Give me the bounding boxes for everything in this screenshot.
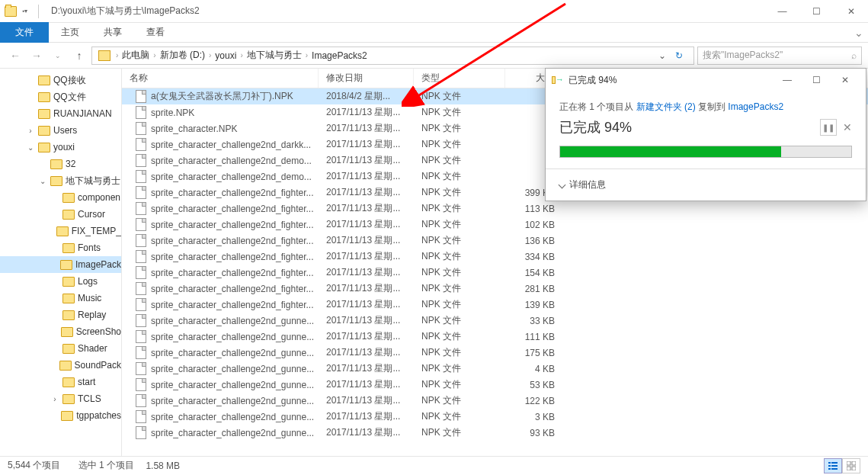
- close-button[interactable]: ✕: [834, 1, 868, 22]
- refresh-icon[interactable]: ↻: [672, 50, 690, 61]
- file-row[interactable]: sprite_character_challenge2nd_fighter...…: [122, 281, 868, 297]
- file-row[interactable]: sprite_character_challenge2nd_fighter...…: [122, 249, 868, 265]
- column-name[interactable]: 名称: [122, 69, 319, 88]
- file-icon: [136, 186, 146, 199]
- tree-item[interactable]: ScreenSho: [0, 323, 121, 340]
- column-date[interactable]: 修改日期: [319, 69, 414, 88]
- file-row[interactable]: sprite_character_challenge2nd_fighter...…: [122, 265, 868, 281]
- search-icon[interactable]: ⌕: [851, 50, 857, 61]
- folder-icon: [38, 75, 50, 85]
- tree-item[interactable]: ›Users: [0, 122, 121, 139]
- file-type: NPK 文件: [414, 88, 505, 104]
- breadcrumb[interactable]: › 此电脑 › 新加卷 (D:) › youxi › 地下城与勇士 › Imag…: [91, 47, 694, 65]
- breadcrumb-item[interactable]: 此电脑: [120, 49, 151, 62]
- breadcrumb-sep: ›: [303, 51, 310, 59]
- tree-item[interactable]: Replay: [0, 307, 121, 323]
- tab-home[interactable]: 主页: [49, 23, 91, 42]
- nav-back-button[interactable]: ←: [6, 47, 24, 65]
- tree-item[interactable]: ⌄youxi: [0, 139, 121, 156]
- breadcrumb-item[interactable]: 地下城与勇士: [245, 49, 303, 62]
- expand-icon[interactable]: ›: [26, 127, 35, 135]
- copy-dest-link[interactable]: ImagePacks2: [728, 101, 783, 112]
- tree-item[interactable]: ›TCLS: [0, 390, 121, 407]
- tree-item[interactable]: 32: [0, 156, 121, 172]
- column-type[interactable]: 类型: [414, 69, 505, 88]
- dialog-titlebar[interactable]: → 已完成 94% — ☐ ✕: [546, 69, 866, 91]
- file-date: 2017/11/13 星期...: [319, 281, 414, 297]
- breadcrumb-item[interactable]: ImagePacks2: [310, 50, 369, 61]
- breadcrumb-item[interactable]: youxi: [213, 50, 238, 61]
- file-type: NPK 文件: [414, 168, 505, 185]
- tree-item[interactable]: QQ文件: [0, 88, 121, 105]
- details-toggle[interactable]: 详细信息: [559, 178, 852, 191]
- copy-source-link[interactable]: 新建文件夹 (2): [636, 101, 696, 112]
- search-placeholder: 搜索"ImagePacks2": [703, 49, 783, 62]
- file-name: a(女鬼天全武器改长黑刀补丁).NPK: [151, 90, 293, 103]
- tree-item[interactable]: start: [0, 374, 121, 390]
- tab-share[interactable]: 共享: [91, 23, 134, 42]
- file-row[interactable]: sprite_character_challenge2nd_gunne... 2…: [122, 345, 868, 361]
- tree-item[interactable]: tgppatches: [0, 407, 121, 424]
- tree-item[interactable]: SoundPack: [0, 357, 121, 374]
- breadcrumb-dropdown-icon[interactable]: ⌄: [652, 50, 672, 61]
- file-row[interactable]: sprite_character_challenge2nd_gunne... 2…: [122, 425, 868, 441]
- expand-icon[interactable]: ›: [50, 395, 59, 403]
- cancel-button[interactable]: ✕: [843, 121, 852, 133]
- ribbon-expand-icon[interactable]: ⌄: [850, 24, 868, 42]
- nav-forward-button[interactable]: →: [27, 47, 46, 65]
- tree-item[interactable]: FIX_TEMP_: [0, 223, 121, 239]
- tree-item[interactable]: Music: [0, 290, 121, 307]
- dialog-minimize-button[interactable]: —: [773, 69, 802, 91]
- tree-item[interactable]: Fonts: [0, 239, 121, 256]
- tree-item[interactable]: ImagePack: [0, 256, 121, 273]
- file-row[interactable]: sprite_character_challenge2nd_gunne... 2…: [122, 393, 868, 409]
- file-date: 2017/11/13 星期...: [319, 152, 414, 168]
- tab-view[interactable]: 查看: [134, 23, 177, 42]
- file-row[interactable]: sprite_character_challenge2nd_fighter...…: [122, 217, 868, 233]
- file-row[interactable]: sprite_character_challenge2nd_fighter...…: [122, 201, 868, 217]
- qat-menu-icon[interactable]: ▪▾: [20, 6, 30, 17]
- view-details-button[interactable]: [824, 458, 842, 473]
- file-row[interactable]: sprite_character_challenge2nd_gunne... 2…: [122, 409, 868, 425]
- tree-item[interactable]: QQ接收: [0, 72, 121, 88]
- file-row[interactable]: sprite_character_challenge2nd_fighter...…: [122, 297, 868, 313]
- file-icon: [136, 330, 146, 343]
- folder-tree[interactable]: QQ接收QQ文件RUANJIANAN›Users⌄youxi32⌄地下城与勇士c…: [0, 69, 122, 456]
- maximize-button[interactable]: ☐: [799, 1, 834, 22]
- tree-item[interactable]: Cursor: [0, 206, 121, 223]
- tree-item[interactable]: ⌄地下城与勇士: [0, 172, 121, 189]
- file-name: sprite_character_challenge2nd_fighter...: [151, 284, 313, 294]
- tree-label: Logs: [78, 276, 98, 287]
- tree-item[interactable]: RUANJIANAN: [0, 105, 121, 122]
- details-icon: [828, 461, 838, 470]
- nav-up-button[interactable]: ↑: [70, 47, 88, 65]
- search-input[interactable]: 搜索"ImagePacks2" ⌕: [697, 47, 862, 65]
- dialog-close-button[interactable]: ✕: [831, 69, 860, 91]
- file-row[interactable]: sprite_character_challenge2nd_gunne... 2…: [122, 361, 868, 377]
- file-row[interactable]: sprite_character_challenge2nd_gunne... 2…: [122, 313, 868, 329]
- tree-label: SoundPack: [75, 360, 121, 371]
- view-icons-button[interactable]: [842, 458, 860, 473]
- file-date: 2017/11/13 星期...: [319, 249, 414, 265]
- breadcrumb-item[interactable]: 新加卷 (D:): [159, 49, 207, 62]
- file-type: NPK 文件: [414, 329, 505, 345]
- tree-item[interactable]: Logs: [0, 273, 121, 290]
- folder-icon: [62, 310, 75, 320]
- expand-icon[interactable]: ⌄: [26, 143, 35, 152]
- file-row[interactable]: sprite_character_challenge2nd_gunne... 2…: [122, 329, 868, 345]
- expand-icon[interactable]: ⌄: [38, 177, 47, 185]
- tree-label: 地下城与勇士: [66, 175, 120, 188]
- nav-recent-button[interactable]: ⌄: [49, 47, 67, 65]
- svg-rect-3: [831, 465, 838, 467]
- folder-icon: [38, 143, 50, 152]
- status-selected-count: 选中 1 个项目: [78, 459, 134, 472]
- minimize-button[interactable]: —: [765, 1, 799, 22]
- file-row[interactable]: sprite_character_challenge2nd_fighter...…: [122, 233, 868, 249]
- tab-file[interactable]: 文件: [0, 22, 49, 43]
- tree-item[interactable]: Shader: [0, 340, 121, 357]
- tree-label: Cursor: [78, 209, 105, 220]
- file-row[interactable]: sprite_character_challenge2nd_gunne... 2…: [122, 377, 868, 393]
- pause-button[interactable]: ❚❚: [820, 119, 837, 136]
- dialog-maximize-button[interactable]: ☐: [802, 69, 831, 91]
- tree-item[interactable]: componen: [0, 189, 121, 206]
